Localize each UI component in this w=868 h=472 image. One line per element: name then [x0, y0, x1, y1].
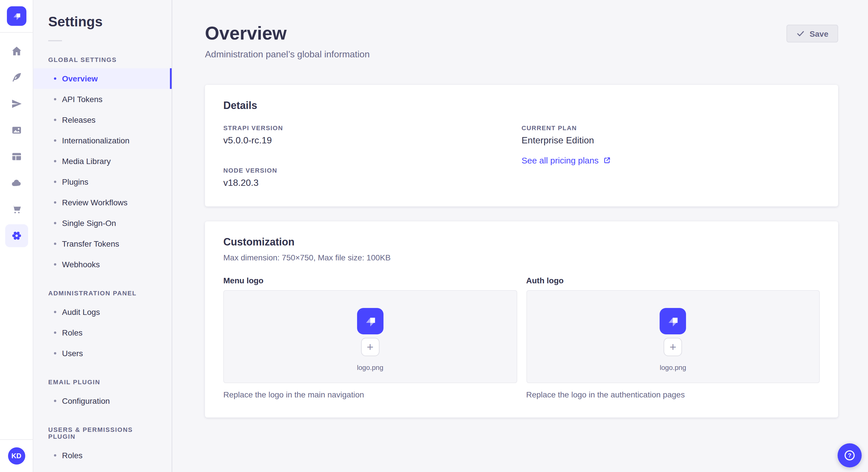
home-icon [11, 45, 22, 57]
external-link-icon [603, 157, 611, 164]
media-library-icon [11, 125, 22, 136]
sidebar-item-label: Media Library [62, 157, 111, 166]
sidebar-item-label: Overview [62, 74, 98, 83]
sidebar-item-webhooks[interactable]: Webhooks [33, 254, 172, 275]
sidebar-item-label: Single Sign-On [62, 218, 116, 228]
section-header-email-plugin: EMAIL PLUGIN [33, 378, 172, 385]
sidebar-item-label: Audit Logs [62, 307, 100, 316]
sidebar-item-email-configuration[interactable]: Configuration [33, 391, 172, 411]
bullet-dot [54, 119, 56, 121]
sidebar-item-admin-roles[interactable]: Roles [33, 322, 172, 343]
menu-logo-filename: logo.png [357, 363, 383, 371]
save-button[interactable]: Save [787, 25, 838, 42]
rail-item-releases[interactable] [5, 92, 28, 115]
details-grid: STRAPI VERSION v5.0.0-rc.19 NODE VERSION… [223, 125, 820, 188]
auth-logo-filename: logo.png [660, 363, 686, 371]
strapi-version-value: v5.0.0-rc.19 [223, 135, 522, 146]
pricing-plans-link-label: See all pricing plans [522, 156, 599, 165]
sidebar-item-media-library[interactable]: Media Library [33, 151, 172, 171]
bullet-dot [54, 400, 56, 402]
rail-item-settings[interactable] [5, 224, 28, 247]
auth-logo-add-button[interactable]: + [664, 338, 682, 356]
icon-rail: KD [0, 0, 33, 472]
auth-logo-label: Auth logo [526, 276, 820, 285]
sidebar-item-overview[interactable]: Overview [33, 68, 172, 89]
bullet-dot [54, 139, 56, 142]
sidebar-item-label: Roles [62, 328, 83, 337]
sidebar-item-label: Plugins [62, 177, 88, 187]
node-version-value: v18.20.3 [223, 178, 522, 188]
details-col-left: STRAPI VERSION v5.0.0-rc.19 NODE VERSION… [223, 125, 522, 188]
svg-text:?: ? [848, 452, 851, 459]
strapi-admin-app: KD Settings GLOBAL SETTINGS Overview API… [0, 0, 868, 472]
help-button[interactable]: ? [838, 443, 862, 467]
settings-gear-icon [11, 230, 22, 241]
rail-bottom-divider [0, 439, 33, 440]
menu-logo-caption: Replace the logo in the main navigation [223, 390, 517, 399]
sidebar-item-audit-logs[interactable]: Audit Logs [33, 302, 172, 322]
sidebar-title: Settings [33, 0, 172, 30]
menu-logo-add-button[interactable]: + [361, 338, 379, 356]
node-version-label: NODE VERSION [223, 167, 522, 174]
question-mark-icon: ? [843, 449, 856, 462]
sidebar-item-label: Users [62, 349, 83, 358]
strapi-logo-icon [361, 312, 379, 330]
sidebar-item-up-providers[interactable]: Providers [33, 466, 172, 472]
menu-logo-label: Menu logo [223, 276, 517, 285]
section-header-users-permissions-plugin: USERS & PERMISSIONS PLUGIN [33, 426, 172, 440]
sidebar-item-internationalization[interactable]: Internationalization [33, 130, 172, 151]
bullet-dot [54, 263, 56, 266]
bullet-dot [54, 454, 56, 457]
sidebar-item-review-workflows[interactable]: Review Workflows [33, 192, 172, 213]
auth-logo-preview [660, 308, 686, 334]
sidebar-item-releases[interactable]: Releases [33, 109, 172, 130]
bullet-dot [54, 77, 56, 80]
check-icon [797, 29, 805, 38]
bullet-dot [54, 222, 56, 224]
bullet-dot [54, 332, 56, 334]
pricing-plans-link[interactable]: See all pricing plans [522, 156, 611, 165]
sidebar-item-label: Internationalization [62, 136, 129, 145]
sidebar-item-label: Transfer Tokens [62, 239, 119, 248]
sidebar-item-transfer-tokens[interactable]: Transfer Tokens [33, 233, 172, 254]
sidebar-item-label: Review Workflows [62, 198, 127, 207]
rail-item-media-library[interactable] [5, 119, 28, 142]
sidebar-item-api-tokens[interactable]: API Tokens [33, 89, 172, 109]
sidebar-item-label: Releases [62, 115, 96, 125]
sidebar-item-plugins[interactable]: Plugins [33, 171, 172, 192]
user-avatar[interactable]: KD [8, 447, 25, 465]
customization-card-title: Customization [223, 236, 820, 248]
bullet-dot [54, 181, 56, 183]
rail-item-home[interactable] [5, 40, 28, 63]
sidebar-title-rule [48, 40, 62, 41]
marketplace-cart-icon [11, 204, 22, 215]
bullet-dot [54, 160, 56, 162]
details-card-title: Details [223, 100, 820, 112]
sidebar-item-single-sign-on[interactable]: Single Sign-On [33, 213, 172, 233]
rail-bottom: KD [0, 439, 33, 472]
cloud-icon [11, 177, 22, 189]
bullet-dot [54, 311, 56, 313]
bullet-dot [54, 352, 56, 355]
rail-icon-list [5, 33, 28, 247]
strapi-logo[interactable] [7, 6, 26, 26]
content-type-builder-icon [11, 72, 22, 83]
sidebar-item-admin-users[interactable]: Users [33, 343, 172, 364]
page-header-text: Overview Administration panel’s global i… [205, 23, 370, 60]
bullet-dot [54, 98, 56, 100]
bullet-dot [54, 243, 56, 245]
section-header-administration-panel: ADMINISTRATION PANEL [33, 290, 172, 297]
save-button-label: Save [810, 29, 828, 38]
menu-logo-upload-box: + logo.png [223, 290, 517, 383]
sidebar-item-label: Webhooks [62, 260, 100, 269]
rail-item-content-type-builder[interactable] [5, 66, 28, 89]
sidebar-item-up-roles[interactable]: Roles [33, 445, 172, 466]
page-header: Overview Administration panel’s global i… [205, 23, 838, 60]
current-plan-label: CURRENT PLAN [522, 125, 820, 131]
rail-item-cloud[interactable] [5, 171, 28, 194]
details-card: Details STRAPI VERSION v5.0.0-rc.19 NODE… [205, 85, 838, 206]
rail-item-content-manager[interactable] [5, 145, 28, 168]
details-col-right: CURRENT PLAN Enterprise Edition See all … [522, 125, 820, 188]
bullet-dot [54, 201, 56, 204]
rail-item-marketplace[interactable] [5, 198, 28, 221]
